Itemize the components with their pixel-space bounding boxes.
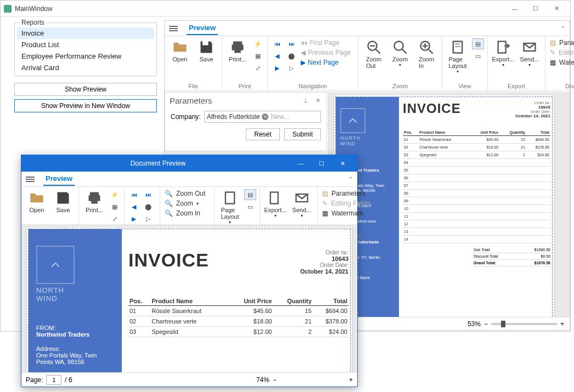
popup-maximize-button[interactable]: ☐	[311, 156, 332, 171]
last-page-icon[interactable]: ⏭	[285, 38, 297, 49]
report-item-employeeperf[interactable]: Employee Performance Review	[17, 50, 154, 62]
show-preview-button[interactable]: Show Preview	[14, 83, 157, 96]
popup-scale-icon[interactable]: ⤢	[109, 213, 121, 224]
zoom-slider[interactable]	[491, 323, 557, 325]
popup-export-button[interactable]: Export...▾	[263, 189, 288, 218]
maximize-button[interactable]: ☐	[525, 1, 546, 16]
save-button[interactable]: Save	[194, 38, 218, 63]
page-input[interactable]	[46, 375, 61, 385]
page-label: Page:	[26, 376, 43, 384]
svg-line-6	[429, 49, 433, 54]
popup-zoomout-link[interactable]: 🔍Zoom Out	[164, 189, 211, 198]
popup-statusbar: Page: / 6 74% − +	[21, 372, 357, 387]
zoom-minus-button[interactable]: −	[484, 320, 488, 328]
company-label: Company:	[171, 113, 201, 121]
send-button[interactable]: Send...▾	[517, 38, 542, 67]
popup-document-viewport[interactable]: NORTH WIND FROM:Northwind Traders Addres…	[21, 224, 357, 372]
popup-next-icon[interactable]: ▶	[128, 213, 140, 224]
zoom-button[interactable]: Zoom▾	[388, 38, 412, 67]
parameters-link[interactable]: ▤Parameters	[549, 38, 574, 47]
report-item-invoice[interactable]: Invoice	[17, 27, 154, 39]
popup-pagelayout-button[interactable]: Page Layout▾	[218, 189, 242, 225]
quick-print-icon[interactable]: ⚡	[252, 38, 264, 49]
popup-tab-preview[interactable]: Preview	[43, 172, 75, 186]
popup-zoom-minus[interactable]: −	[273, 376, 277, 384]
popup-zoom-plus[interactable]: +	[349, 376, 353, 384]
popup-fields-link[interactable]: ✎Editing Fields	[321, 199, 376, 208]
group-view-label: View	[446, 82, 484, 89]
close-panel-icon[interactable]: ✕	[313, 96, 322, 105]
popup-ribbon-menu-icon[interactable]	[26, 175, 36, 183]
page-setup-icon[interactable]: ▦	[252, 50, 264, 61]
watermark-link[interactable]: ▦Watermark	[549, 58, 574, 67]
ribbon-menu-icon[interactable]	[169, 25, 179, 32]
report-item-productlist[interactable]: Product List	[17, 39, 154, 50]
zoom-in-button[interactable]: Zoom In	[414, 38, 438, 69]
document-preview-window: Document Preview — ☐ ✕ Preview ⌃ Open Sa…	[21, 155, 358, 387]
popup-zoom-link[interactable]: 🔍Zoom▾	[164, 199, 211, 208]
popup-ptr-icon[interactable]: ▷	[142, 213, 154, 224]
pin-icon[interactable]: ⊥	[301, 96, 310, 105]
hand-tool-icon[interactable]: ⬤	[285, 50, 297, 61]
export-button[interactable]: Export...▾	[491, 38, 515, 67]
popup-save-button[interactable]: Save	[51, 189, 75, 213]
popup-minimize-button[interactable]: —	[290, 156, 311, 171]
prev-page-arrow-icon[interactable]: ◀	[271, 50, 283, 61]
show-preview-new-window-button[interactable]: Show Preview in New Window	[14, 99, 157, 112]
minimize-button[interactable]: —	[504, 1, 525, 16]
close-button[interactable]: ✕	[546, 1, 567, 16]
pointer-icon[interactable]: ▷	[285, 63, 297, 73]
popup-zoom-value: 74%	[256, 376, 269, 384]
popup-last-icon[interactable]: ⏭	[142, 189, 154, 200]
popup-ribbon-collapse[interactable]: ⌃	[348, 176, 353, 182]
parameters-title: Parameters	[170, 96, 212, 105]
popup-hand-icon[interactable]: ⬤	[142, 201, 154, 212]
popup-quickprint-icon[interactable]: ⚡	[109, 189, 121, 200]
open-button[interactable]: Open	[168, 38, 192, 63]
print-button[interactable]: Print...	[226, 38, 250, 63]
prev-page-link[interactable]: ◀Previous Page	[300, 48, 354, 57]
scale-icon[interactable]: ⤢	[252, 63, 264, 73]
popup-wm-link[interactable]: ▦Watermark	[321, 209, 376, 218]
first-page-link[interactable]: ⏮First Page	[300, 38, 354, 47]
popup-open-button[interactable]: Open	[25, 189, 49, 213]
popup-prev-icon[interactable]: ◀	[128, 201, 140, 212]
popup-send-button[interactable]: Send...▾	[290, 189, 314, 218]
svg-rect-15	[271, 192, 278, 204]
svg-rect-9	[453, 42, 462, 53]
popup-book-icon[interactable]: ▭	[244, 201, 256, 212]
editing-fields-link[interactable]: ✎Editing Fields	[549, 48, 574, 57]
next-page-arrow-icon[interactable]: ▶	[271, 63, 283, 73]
popup-first-icon[interactable]: ⏮	[128, 189, 140, 200]
submit-button[interactable]: Submit	[284, 128, 321, 140]
reports-group: Reports Invoice Product List Employee Pe…	[14, 22, 157, 76]
group-nav-label: Navigation	[271, 82, 354, 89]
popup-params-link[interactable]: ▤Parameters	[321, 189, 376, 198]
first-page-icon[interactable]: ⏮	[271, 38, 283, 49]
company-input[interactable]: Alfreds Futterkiste× New...	[204, 111, 321, 123]
bookmarks-icon[interactable]: ▭	[472, 50, 484, 61]
reset-button[interactable]: Reset	[246, 128, 279, 140]
popup-thumb-icon[interactable]: ▤	[244, 189, 256, 200]
popup-pagesetup-icon[interactable]: ▦	[109, 201, 121, 212]
app-icon	[4, 5, 12, 13]
group-export-label: Export	[491, 82, 542, 89]
zoom-plus-button[interactable]: +	[560, 320, 564, 328]
page-layout-button[interactable]: Page Layout▾	[446, 38, 470, 74]
parameters-panel: Parameters ⊥ ✕ Company: Alfreds Futterki…	[165, 92, 327, 151]
titlebar: MainWindow — ☐ ✕	[1, 1, 570, 17]
page-total: / 6	[65, 376, 72, 384]
svg-point-3	[395, 42, 403, 50]
report-item-arrivalcard[interactable]: Arrival Card	[17, 62, 154, 73]
next-page-link[interactable]: ▶Next Page	[300, 58, 354, 67]
ribbon-collapse-button[interactable]: ⌃	[561, 25, 565, 31]
group-zoom-label: Zoom	[362, 82, 438, 89]
tab-preview[interactable]: Preview	[187, 21, 218, 35]
popup-print-button[interactable]: Print...	[82, 189, 106, 213]
thumbnails-icon[interactable]: ▤	[472, 38, 484, 49]
popup-close-button[interactable]: ✕	[332, 156, 353, 171]
remove-token-icon[interactable]: ×	[262, 113, 268, 120]
zoom-out-button[interactable]: Zoom Out	[362, 38, 386, 69]
zoom-value: 53%	[468, 320, 481, 328]
popup-zoomin-link[interactable]: 🔍Zoom In	[164, 209, 211, 218]
